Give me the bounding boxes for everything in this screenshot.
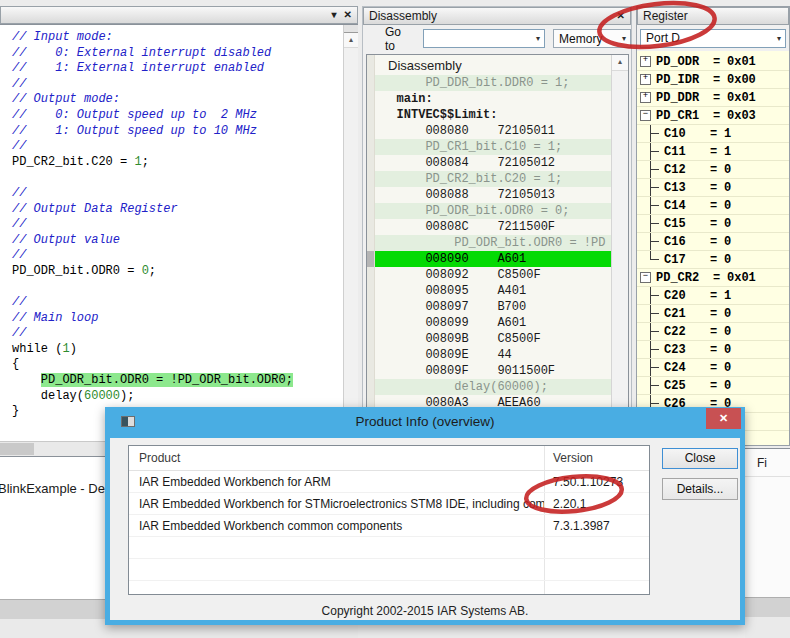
code-editor[interactable]: // Input mode:// 0: External interrupt d… [0,24,358,442]
product-table[interactable]: ProductVersionIAR Embedded Workbench for… [128,445,650,595]
equals-sign: = [710,307,724,321]
disassembly-view[interactable]: Disassembly PD_DDR_bit.DDR0 = 1; main: I… [366,54,629,447]
tree-connector [637,161,664,178]
tree-connector [637,305,664,322]
collapse-icon[interactable]: − [640,110,651,121]
register-row[interactable]: −PD_CR1=0x03 [637,107,789,125]
register-bit-row[interactable]: C12=0 [637,161,789,179]
expand-icon[interactable]: + [640,56,651,67]
disasm-instruction[interactable]: 008097 B700 [375,299,612,315]
bit-value: 0 [724,343,731,357]
register-bit-row[interactable]: C14=0 [637,197,789,215]
code-text: // Main loop [12,311,98,325]
disasm-label[interactable]: main: [375,91,612,107]
table-row[interactable]: IAR Embedded Workbench common components… [129,515,649,537]
bit-name: C14 [664,199,710,213]
register-bit-row[interactable]: C20=1 [637,287,789,305]
disasm-instruction[interactable]: 008088 72105013 [375,187,612,203]
register-name: PD_CR1 [656,109,713,123]
register-bit-row[interactable]: C22=0 [637,323,789,341]
disasm-current-instruction[interactable]: 008090 A601 [375,251,612,267]
code-text: PD_CR2_bit.C20 = [12,155,134,169]
register-bit-row[interactable]: C16=0 [637,233,789,251]
disasm-source-line[interactable]: PD_CR2_bit.C20 = 1; [375,171,612,187]
expand-icon[interactable]: + [640,74,651,85]
code-line: { [12,357,344,373]
disassembly-vscrollbar[interactable]: ▴ [611,55,628,446]
disasm-instruction[interactable]: 00809F 9011500F [375,363,612,379]
workspace-tab[interactable]: BlinkExample - Deb [0,481,112,496]
disasm-source-line[interactable]: delay(60000); [375,379,612,395]
register-bit-row[interactable]: C10=1 [637,125,789,143]
disasm-instruction[interactable]: 008084 72105012 [375,155,612,171]
register-row[interactable]: +PD_ODR=0x01 [637,53,789,71]
plus-minus-glyph: + [641,74,650,83]
code-text: 1 [62,342,69,356]
equals-sign: = [710,217,724,231]
goto-combobox[interactable]: ▾ [423,29,546,48]
scroll-up-icon[interactable]: ▴ [612,55,628,71]
bit-name: C25 [664,379,710,393]
code-line: // 0: External interrupt disabled [12,46,344,62]
disasm-instruction[interactable]: 008099 A601 [375,315,612,331]
editor-vscrollbar[interactable]: ▴ [343,25,358,442]
table-empty-row [129,537,649,559]
disasm-instruction[interactable]: 008092 C8500F [375,267,612,283]
code-text: // [12,295,26,309]
disassembly-pane: Disassembly ✕ Go to ▾ Memory ▾ Disassemb… [362,6,632,450]
code-line: // [12,186,344,202]
disasm-instruction[interactable]: 00809E 44 [375,347,612,363]
chevron-down-icon[interactable]: ▾ [777,34,785,43]
chevron-down-icon[interactable]: ▾ [622,34,630,43]
register-bit-row[interactable]: C13=0 [637,179,789,197]
register-bit-row[interactable]: C21=0 [637,305,789,323]
disasm-instruction[interactable]: 008095 A401 [375,283,612,299]
code-text-area[interactable]: // Input mode:// 0: External interrupt d… [0,30,344,420]
chevron-down-icon[interactable]: ▾ [536,34,544,43]
plus-minus-glyph: − [641,110,650,119]
register-bit-row[interactable]: C24=0 [637,359,789,377]
disasm-instruction[interactable]: 00808C 7211500F [375,219,612,235]
register-title: Register [643,9,688,23]
disassembly-title: Disassembly [369,9,437,23]
register-bit-row[interactable]: C25=0 [637,377,789,395]
register-bit-row[interactable]: C17=0 [637,251,789,269]
register-row[interactable]: +PD_DDR=0x01 [637,89,789,107]
bit-name: C22 [664,325,710,339]
bit-name: C10 [664,127,710,141]
register-bit-row[interactable]: C11=1 [637,143,789,161]
disasm-source-line[interactable]: PD_ODR_bit.ODR0 = 0; [375,203,612,219]
disassembly-column-header: Disassembly [375,57,612,75]
hscroll-thumb[interactable] [0,443,34,455]
register-tree[interactable]: +PD_ODR=0x01+PD_IDR=0x00+PD_DDR=0x01−PD_… [637,51,789,445]
register-group-dropdown[interactable]: Port D ▾ [640,29,786,48]
disasm-source-line[interactable]: PD_DDR_bit.DDR0 = 1; [375,75,612,91]
memory-label: Memory [559,32,602,46]
register-bit-row[interactable]: C23=0 [637,341,789,359]
register-row[interactable]: −PD_CR2=0x01 [637,269,789,287]
table-row[interactable]: IAR Embedded Workbench for ARM7.50.1.102… [129,471,649,493]
bit-name: C16 [664,235,710,249]
ide-screen: ▾ ✕ // Input mode:// 0: External interru… [0,0,790,638]
collapse-icon[interactable]: − [640,272,651,283]
register-bit-row[interactable]: C15=0 [637,215,789,233]
disasm-instruction[interactable]: 00809B C8500F [375,331,612,347]
splitter-grip[interactable] [344,25,358,33]
disasm-instruction[interactable]: 008080 72105011 [375,123,612,139]
disasm-source-line[interactable]: PD_ODR_bit.ODR0 = !PD [375,235,612,251]
code-line: // [12,295,344,311]
table-row[interactable]: IAR Embedded Workbench for STMicroelectr… [129,493,649,515]
disasm-label[interactable]: INTVEC$$Limit: [375,107,612,123]
editor-menu-icon[interactable]: ▾ [332,7,337,23]
expand-icon[interactable]: + [640,92,651,103]
memory-dropdown[interactable]: Memory ▾ [553,29,631,48]
register-row[interactable]: +PD_IDR=0x00 [637,71,789,89]
disasm-source-line[interactable]: PD_CR1_bit.C10 = 1; [375,139,612,155]
details-button[interactable]: Details... [662,478,738,500]
editor-close-icon[interactable]: ✕ [344,7,352,23]
scroll-up-icon[interactable]: ▴ [344,33,358,48]
dialog-close-icon[interactable]: ✕ [706,408,741,429]
disassembly-close-icon[interactable]: ✕ [617,8,625,24]
code-line: delay(60000); [12,389,344,405]
close-button[interactable]: Close [662,448,738,469]
